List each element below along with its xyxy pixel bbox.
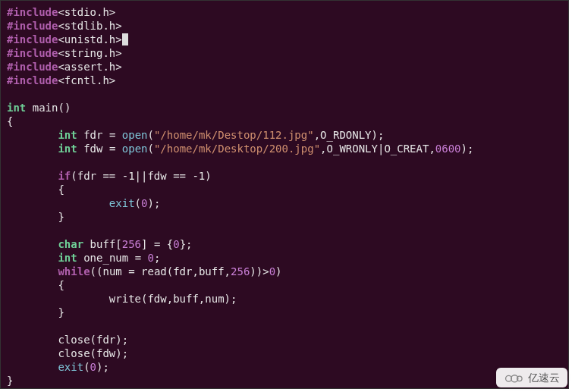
fn-params: () <box>58 102 71 114</box>
number: 0 <box>148 252 154 264</box>
brace: { <box>58 279 64 291</box>
var: fdw <box>83 143 102 155</box>
brace: } <box>58 211 64 223</box>
type: int <box>58 252 77 264</box>
return-type: int <box>7 102 26 114</box>
keyword-while: while <box>58 265 90 278</box>
statement: close(fdr); <box>58 334 128 346</box>
cloud-icon <box>504 372 523 384</box>
code-editor: #include<stdio.h> #include<stdlib.h> #in… <box>0 0 569 389</box>
fn-call: open <box>122 143 148 155</box>
flags: O_RDONLY <box>320 129 371 141</box>
brace: { <box>58 183 64 196</box>
include-header: <stdlib.h> <box>58 20 121 32</box>
number: 0 <box>269 265 275 278</box>
preproc: #include <box>7 33 58 45</box>
brace: } <box>58 306 64 318</box>
preproc: #include <box>7 47 58 59</box>
fn-call: open <box>122 129 148 141</box>
include-header: <unistd.h> <box>58 33 121 45</box>
flags: O_WRONLY|O_CREAT <box>327 143 429 155</box>
type: int <box>58 129 77 141</box>
string-literal: "/home/mk/Desktop/200.jpg" <box>154 143 320 155</box>
fn-call: exit <box>58 361 83 373</box>
statement: close(fdw); <box>58 347 128 359</box>
number: 256 <box>122 238 141 250</box>
fn-call: exit <box>109 197 135 209</box>
include-header: <assert.h> <box>58 61 121 73</box>
fn-name: main <box>33 102 58 114</box>
type: int <box>58 143 77 155</box>
include-header: <fcntl.h> <box>58 74 115 86</box>
var: fdr <box>83 129 102 141</box>
brace: } <box>7 375 13 387</box>
include-header: <stdio.h> <box>58 6 115 18</box>
brace: { <box>7 115 13 127</box>
string-literal: "/home/mk/Destop/112.jpg" <box>154 129 314 141</box>
number: 0 <box>90 361 96 373</box>
number: 256 <box>231 265 250 278</box>
condition: ) <box>275 265 281 278</box>
condition: ))> <box>250 265 269 278</box>
number: 0 <box>173 238 179 250</box>
include-header: <string.h> <box>58 47 121 59</box>
condition: (fdr == -1||fdw == -1) <box>71 170 211 182</box>
keyword-if: if <box>58 170 71 182</box>
preproc: #include <box>7 6 58 18</box>
number: 0600 <box>435 143 461 155</box>
statement: write(fdw,buff,num); <box>109 293 237 305</box>
preproc: #include <box>7 20 58 32</box>
watermark-text: 亿速云 <box>528 371 560 384</box>
var: buff <box>90 238 116 250</box>
type: char <box>58 238 83 250</box>
preproc: #include <box>7 61 58 73</box>
var: one_num <box>83 252 128 264</box>
condition: ((num = read(fdr,buff, <box>90 265 231 278</box>
preproc: #include <box>7 74 58 86</box>
text-cursor <box>122 33 128 45</box>
watermark-badge: 亿速云 <box>496 368 567 387</box>
